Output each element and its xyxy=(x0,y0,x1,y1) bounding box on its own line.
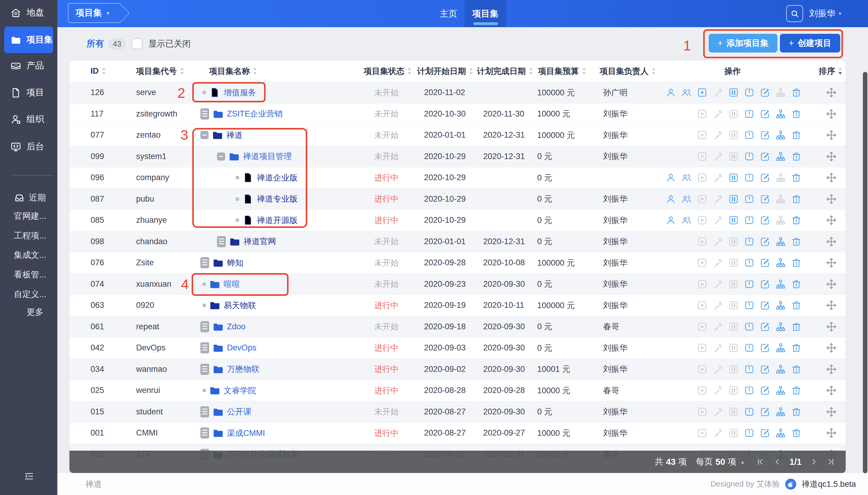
action-export-button[interactable] xyxy=(744,364,754,375)
table-row[interactable]: 117zsitegrowthZSITE企业营销未开始2020-10-302020… xyxy=(69,103,846,125)
action-wand-button[interactable] xyxy=(713,343,723,353)
program-name-link[interactable]: Zdoo xyxy=(227,322,246,331)
action-edit-button[interactable] xyxy=(760,428,770,438)
action-play-button[interactable] xyxy=(697,300,708,311)
action-export-button[interactable] xyxy=(744,322,754,332)
program-name-link[interactable]: 禅道 xyxy=(226,130,243,141)
program-name-link[interactable]: 禅道企业版 xyxy=(257,172,298,183)
action-play-button[interactable] xyxy=(697,279,708,289)
action-export-button[interactable] xyxy=(744,109,754,119)
action-pause-button[interactable] xyxy=(728,109,739,119)
action-export-button[interactable] xyxy=(744,428,754,438)
action-trash-button[interactable] xyxy=(791,236,802,247)
action-edit-button[interactable] xyxy=(760,300,770,311)
action-pause-button[interactable] xyxy=(728,257,739,268)
action-sitemap-button[interactable] xyxy=(775,257,786,268)
action-edit-button[interactable] xyxy=(760,343,770,353)
table-row[interactable]: 0630920易天物联进行中2020-09-192020-10-11100000… xyxy=(69,294,846,316)
tree-collapse-icon[interactable] xyxy=(201,131,209,139)
action-trash-button[interactable] xyxy=(791,257,802,268)
table-row[interactable]: 042DevOpsDevOps进行中2020-09-032020-09-300 … xyxy=(69,337,846,359)
sort-icon[interactable] xyxy=(651,67,656,75)
action-trash-button[interactable] xyxy=(791,130,802,140)
drag-move-handle[interactable] xyxy=(826,300,837,311)
action-trash-button[interactable] xyxy=(791,322,802,332)
action-edit-button[interactable] xyxy=(760,151,770,162)
action-pause-button[interactable] xyxy=(728,172,739,183)
drag-move-handle[interactable] xyxy=(826,427,837,439)
action-group-button[interactable] xyxy=(681,87,692,98)
action-wand-button[interactable] xyxy=(713,151,723,162)
prev-page-button[interactable] xyxy=(772,457,782,466)
action-trash-button[interactable] xyxy=(791,300,802,311)
action-person-button[interactable] xyxy=(665,172,676,183)
column-header-5[interactable]: 计划开始日期 xyxy=(417,61,473,82)
action-play-button[interactable] xyxy=(697,343,708,353)
program-name-link[interactable]: 禅道专业版 xyxy=(257,193,298,204)
column-header-6[interactable]: 计划完成日期 xyxy=(477,61,533,82)
last-page-button[interactable] xyxy=(826,457,835,466)
action-wand-button[interactable] xyxy=(713,322,723,332)
tab-home[interactable]: 主页 xyxy=(433,0,465,27)
action-edit-button[interactable] xyxy=(760,364,770,375)
action-trash-button[interactable] xyxy=(791,109,802,119)
sidebar-shortcut-3[interactable]: 集成文... xyxy=(0,246,57,264)
action-edit-button[interactable] xyxy=(760,109,770,119)
drag-move-handle[interactable] xyxy=(826,236,837,247)
action-play-button[interactable] xyxy=(697,172,708,183)
drag-move-handle[interactable] xyxy=(826,406,837,417)
sort-icon[interactable] xyxy=(838,67,843,75)
action-wand-button[interactable] xyxy=(713,428,723,438)
table-row[interactable]: 074xuanxuan喧喧未开始2020-09-232020-09-300 元刘… xyxy=(69,273,846,295)
sidebar-shortcut-4[interactable]: 看板管... xyxy=(0,265,57,284)
action-group-button[interactable] xyxy=(681,215,692,225)
program-name-link[interactable]: 禅道开源版 xyxy=(257,215,298,226)
sidebar-item-admin[interactable]: 后台 xyxy=(0,136,57,157)
action-play-button[interactable] xyxy=(697,236,708,247)
sidebar-item-organization[interactable]: 组织 xyxy=(0,108,57,130)
sidebar-shortcut-2[interactable]: 工程项... xyxy=(0,226,57,245)
sidebar-shortcut-5[interactable]: 自定义... xyxy=(0,285,57,304)
drag-move-handle[interactable] xyxy=(826,215,837,226)
action-pause-button[interactable] xyxy=(728,364,739,375)
sidebar-shortcut-recent[interactable]: 近期 xyxy=(0,188,57,207)
table-row[interactable]: 087pubu禅道专业版进行中2020-10-290 元刘振华 xyxy=(69,188,846,210)
action-play-button[interactable] xyxy=(697,322,708,332)
action-sitemap-button[interactable] xyxy=(775,364,786,375)
action-sitemap-button[interactable] xyxy=(775,428,786,438)
program-name-link[interactable]: 易天物联 xyxy=(224,300,256,311)
user-menu[interactable]: 刘振华 ▼ xyxy=(809,7,842,20)
action-export-button[interactable] xyxy=(744,343,754,353)
action-pause-button[interactable] xyxy=(728,407,739,417)
action-play-button[interactable] xyxy=(697,130,708,140)
page-size-select[interactable]: 每页 50 项 ▲ xyxy=(696,456,745,467)
action-pause-button[interactable] xyxy=(728,428,739,438)
action-wand-button[interactable] xyxy=(713,279,723,289)
action-play-button[interactable] xyxy=(697,428,708,438)
action-edit-button[interactable] xyxy=(760,257,770,268)
sort-icon[interactable] xyxy=(407,67,412,75)
action-pause-button[interactable] xyxy=(728,279,739,289)
action-sitemap-button[interactable] xyxy=(775,109,786,119)
action-wand-button[interactable] xyxy=(713,300,723,311)
drag-move-handle[interactable] xyxy=(826,385,837,396)
action-export-button[interactable] xyxy=(744,385,754,396)
action-pause-button[interactable] xyxy=(728,215,739,225)
action-wand-button[interactable] xyxy=(713,109,723,119)
program-name-link[interactable]: ZSITE企业营销 xyxy=(227,108,283,119)
action-export-button[interactable] xyxy=(744,236,754,247)
drag-move-handle[interactable] xyxy=(826,172,837,183)
action-pause-button[interactable] xyxy=(728,385,739,396)
sort-icon[interactable] xyxy=(179,67,185,75)
action-sitemap-button[interactable] xyxy=(775,300,786,311)
table-row[interactable]: 085zhuanye禅道开源版进行中2020-10-290 元刘振华 xyxy=(69,209,846,231)
action-trash-button[interactable] xyxy=(791,385,802,396)
action-person-button[interactable] xyxy=(665,215,676,225)
action-sitemap-button[interactable] xyxy=(775,130,786,140)
action-export-button[interactable] xyxy=(744,279,754,289)
action-trash-button[interactable] xyxy=(791,364,802,375)
action-export-button[interactable] xyxy=(744,130,754,140)
table-row[interactable]: 126serve增值服务未开始2020-11-02100000 元孙广明 xyxy=(69,82,846,103)
drag-move-handle[interactable] xyxy=(826,108,837,120)
action-person-button[interactable] xyxy=(665,87,676,98)
